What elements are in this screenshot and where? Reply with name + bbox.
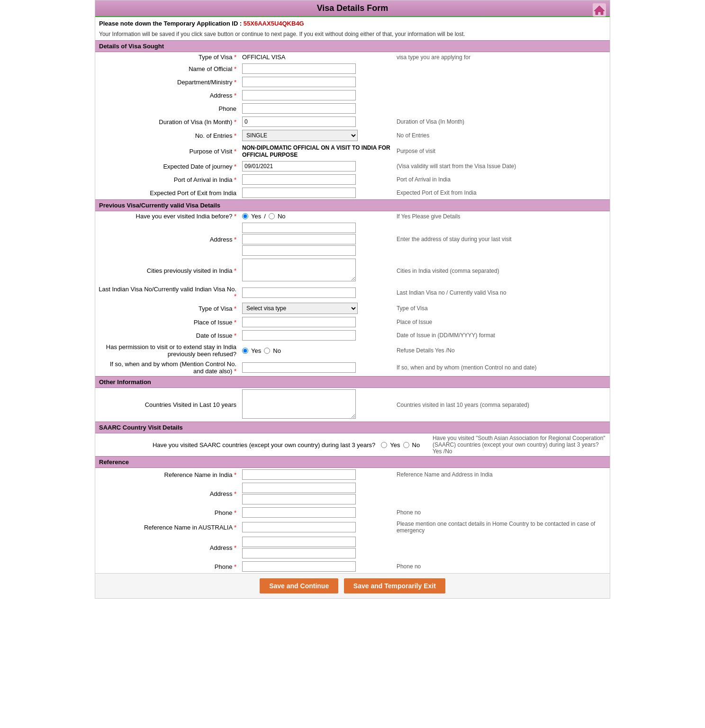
ref-australia-phone-input[interactable] [242,561,356,572]
row-countries-visited: Countries Visited in Last 10 years Count… [95,388,610,422]
refused-radio-group: Yes No [242,347,391,354]
refused-yes-radio[interactable] [242,348,248,354]
row-if-so: If so, when and by whom (Mention Control… [95,359,610,376]
ref-india-input[interactable] [242,469,356,480]
row-name-official: Name of Official * [95,62,610,75]
row-entries: No. of Entries * SINGLE DOUBLE MULTIPLE … [95,128,610,143]
row-address-official: Address * [95,89,610,102]
row-port-arrival: Port of Arrival in India * Port of Arriv… [95,173,610,186]
prev-visa-type-help: Type of Visa [394,301,610,315]
temp-id-value: 55X6AAX5U4QKB4G [244,20,304,27]
prev-address-help: Enter the address of stay during your la… [394,221,610,257]
visited-before-yes-radio[interactable] [242,213,248,219]
prev-address-input-1[interactable] [242,223,356,233]
ref-india-address-1[interactable] [242,483,356,493]
row-expected-date: Expected Date of journey * (Visa validit… [95,160,610,173]
countries-visited-textarea[interactable] [242,389,356,419]
if-so-input[interactable] [242,362,356,373]
visited-before-help: If Yes Please give Details [394,211,610,221]
row-port-exit: Expected Port of Exit from India Expecte… [95,186,610,199]
port-arrival-help: Port of Arrival in India [394,173,610,186]
purpose-value: NON-DIPLOMATIC OFFICIAL ON A VISIT TO IN… [242,144,390,158]
save-continue-button[interactable]: Save and Continue [260,578,338,593]
reference-table: Reference Name in India * Reference Name… [95,468,610,573]
type-of-visa-value: OFFICIAL VISA [242,54,285,61]
row-last-visa-no: Last Indian Visa No/Currently valid Indi… [95,284,610,301]
row-ref-india: Reference Name in India * Reference Name… [95,468,610,481]
refused-no-radio[interactable] [264,348,270,354]
phone-official-input[interactable] [242,103,356,114]
row-duration: Duration of Visa (In Month) * Duration o… [95,115,610,128]
prev-address-input-3[interactable] [242,245,356,256]
ref-india-phone-input[interactable] [242,507,356,518]
row-prev-visa-type: Type of Visa * Select visa type TOURIST … [95,301,610,315]
name-official-input[interactable] [242,63,356,74]
ref-australia-input[interactable] [242,522,356,532]
date-issue-input[interactable] [242,330,356,341]
saarc-no-radio[interactable] [403,442,409,448]
countries-visited-help: Countries visited in last 10 years (comm… [394,388,610,422]
entries-select[interactable]: SINGLE DOUBLE MULTIPLE [242,130,358,141]
duration-input[interactable] [242,117,356,127]
row-department: Department/Ministry * [95,75,610,89]
page-title: Visa Details Form [317,3,389,13]
date-issue-help: Date of Issue in (DD/MM/YYYY) format [394,329,610,342]
ref-india-phone-help: Phone no [394,506,610,519]
ref-australia-address-1[interactable] [242,537,356,547]
department-input[interactable] [242,77,356,87]
saarc-radio-group: Yes No [381,441,427,449]
row-cities: Cities previously visited in India * Cit… [95,257,610,284]
saarc-table: Have you visited SAARC countries (except… [95,433,610,456]
section-visa-sought: Details of Visa Sought [95,40,610,52]
expected-date-help: (Visa validity will start from the Visa … [394,160,610,173]
row-ref-india-address: Address * [95,481,610,506]
row-ref-india-phone: Phone * Phone no [95,506,610,519]
bottom-buttons: Save and Continue Save and Temporarily E… [95,573,610,598]
saarc-help: Have you visited "South Asian Associatio… [430,433,610,456]
cities-textarea[interactable] [242,259,356,281]
section-previous-visa: Previous Visa/Currently valid Visa Detai… [95,199,610,211]
purpose-help: Purpose of visit [394,143,610,160]
section-reference: Reference [95,456,610,468]
place-issue-help: Place of Issue [394,315,610,329]
port-exit-input[interactable] [242,188,356,198]
place-issue-input[interactable] [242,317,356,327]
row-saarc: Have you visited SAARC countries (except… [95,433,610,456]
section-saarc: SAARC Country Visit Details [95,422,610,433]
temp-id-row: Please note down the Temporary Applicati… [95,17,610,30]
visited-before-no-radio[interactable] [269,213,275,219]
row-refused: Has permission to visit or to extend sta… [95,342,610,359]
home-icon[interactable] [593,3,606,17]
type-of-visa-help: visa type you are applying for [394,52,610,62]
ref-australia-help: Please mention one contact details in Ho… [394,519,610,535]
row-ref-australia: Reference Name in AUSTRALIA * Please men… [95,519,610,535]
ref-india-address-2[interactable] [242,494,356,504]
prev-visa-type-select[interactable]: Select visa type TOURIST BUSINESS STUDEN… [242,303,358,314]
ref-australia-address-2[interactable] [242,548,356,558]
expected-date-input[interactable] [242,161,356,171]
row-ref-australia-address: Address * [95,535,610,560]
saarc-yes-radio[interactable] [381,442,387,448]
previous-visa-table: Have you ever visited India before? * Ye… [95,211,610,376]
row-prev-address: Address * Enter the address of stay duri… [95,221,610,257]
cities-help: Cities in India visited (comma separated… [394,257,610,284]
if-so-help: If so, when and by whom (mention Control… [394,359,610,376]
visa-sought-table: Type of Visa * OFFICIAL VISA visa type y… [95,52,610,199]
prev-address-input-2[interactable] [242,234,356,244]
info-text: Your Information will be saved if you cl… [95,30,610,40]
entries-help: No of Entries [394,128,610,143]
port-exit-help: Expected Port of Exit from India [394,186,610,199]
other-info-table: Countries Visited in Last 10 years Count… [95,388,610,422]
section-other-info: Other Information [95,376,610,388]
row-purpose: Purpose of Visit * NON-DIPLOMATIC OFFICI… [95,143,610,160]
port-arrival-input[interactable] [242,174,356,185]
ref-india-help: Reference Name and Address in India [394,468,610,481]
row-visited-before: Have you ever visited India before? * Ye… [95,211,610,221]
last-visa-no-help: Last Indian Visa no / Currently valid Vi… [394,284,610,301]
address-official-input[interactable] [242,90,356,100]
row-phone-official: Phone [95,102,610,115]
save-exit-button[interactable]: Save and Temporarily Exit [344,578,445,593]
visited-before-radio-group: Yes / No [242,213,391,220]
refused-help: Refuse Details Yes /No [394,342,610,359]
last-visa-no-input[interactable] [242,288,356,298]
